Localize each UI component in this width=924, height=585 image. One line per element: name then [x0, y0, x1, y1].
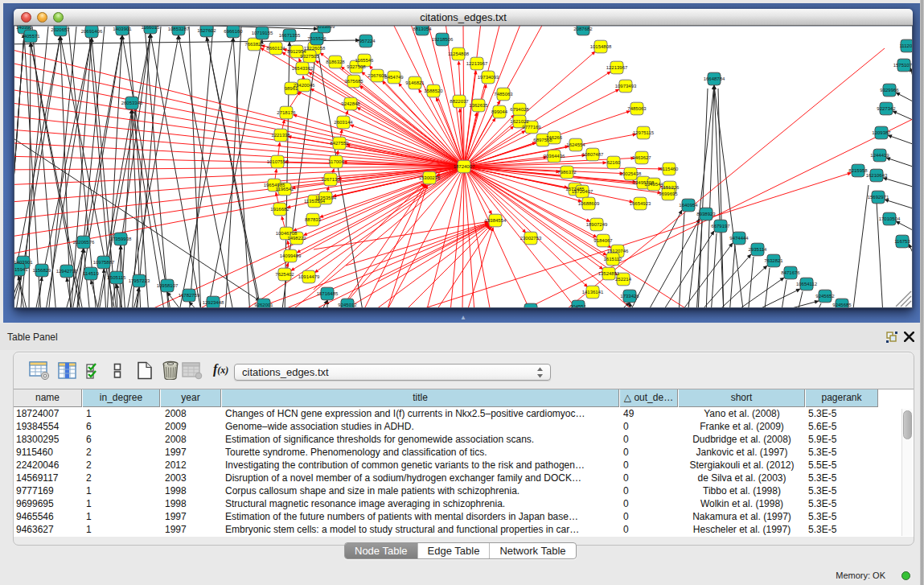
svg-text:15720407: 15720407	[572, 189, 593, 194]
svg-text:114519: 114519	[83, 271, 99, 276]
svg-text:9327508: 9327508	[347, 64, 366, 69]
svg-text:16648784: 16648784	[704, 76, 725, 81]
svg-text:10807487: 10807487	[582, 152, 604, 157]
svg-text:2020657: 2020657	[51, 27, 70, 32]
svg-text:2718176: 2718176	[277, 110, 296, 115]
svg-text:16782759: 16782759	[179, 293, 200, 298]
svg-text:9245685: 9245685	[832, 303, 852, 307]
svg-text:7632821: 7632821	[764, 258, 783, 263]
svg-text:887833: 887833	[305, 217, 322, 222]
svg-text:17957223: 17957223	[129, 278, 150, 283]
svg-text:12213967: 12213967	[466, 61, 488, 66]
svg-text:9242848: 9242848	[341, 101, 360, 106]
svg-text:1615112: 1615112	[604, 257, 623, 262]
svg-text:98961: 98961	[285, 86, 298, 91]
svg-text:6679197: 6679197	[711, 224, 730, 229]
svg-text:10107553: 10107553	[267, 159, 289, 164]
svg-text:111208: 111208	[899, 43, 913, 48]
svg-text:8938923: 8938923	[696, 212, 716, 216]
svg-text:9184067: 9184067	[593, 238, 613, 243]
svg-text:8427552: 8427552	[330, 141, 349, 146]
svg-text:7663822: 7663822	[244, 42, 264, 47]
svg-text:18907249: 18907249	[586, 222, 608, 227]
svg-text:12923448: 12923448	[203, 300, 224, 305]
svg-text:8186328: 8186328	[326, 60, 345, 64]
svg-text:13524851: 13524851	[598, 271, 620, 276]
svg-text:1221338: 1221338	[271, 133, 290, 138]
svg-text:1588520: 1588520	[424, 89, 443, 93]
svg-text:11254808: 11254808	[448, 51, 470, 56]
svg-text:16543362: 16543362	[292, 66, 314, 71]
svg-text:1624554: 1624554	[566, 142, 585, 147]
svg-text:20206576: 20206576	[73, 240, 95, 245]
svg-text:7625402: 7625402	[275, 272, 294, 277]
svg-text:2603144: 2603144	[334, 120, 353, 125]
svg-text:9245652: 9245652	[815, 294, 835, 299]
svg-text:10025438: 10025438	[620, 171, 642, 176]
svg-text:1916682: 1916682	[270, 207, 290, 212]
svg-text:23002753: 23002753	[520, 236, 542, 241]
svg-text:2935114: 2935114	[749, 247, 768, 252]
svg-text:62160: 62160	[607, 160, 621, 165]
svg-text:8822037: 8822037	[450, 99, 469, 104]
svg-text:14136141: 14136141	[582, 290, 604, 295]
svg-text:9115460: 9115460	[660, 167, 680, 171]
svg-text:899044: 899044	[491, 109, 508, 114]
svg-text:9474444: 9474444	[729, 236, 749, 241]
svg-text:11353594: 11353594	[315, 196, 337, 200]
svg-text:1156829: 1156829	[33, 268, 52, 273]
svg-text:252214: 252214	[615, 277, 632, 282]
svg-text:17010504: 17010504	[879, 216, 901, 221]
svg-text:26053346: 26053346	[121, 101, 143, 105]
svg-text:10719155: 10719155	[252, 31, 273, 35]
svg-text:13226058: 13226058	[304, 46, 326, 51]
svg-text:1196542: 1196542	[276, 187, 295, 192]
svg-text:7986372: 7986372	[557, 170, 577, 175]
svg-text:1640954: 1640954	[679, 203, 698, 208]
svg-text:8471676: 8471676	[781, 270, 800, 275]
svg-text:7485063: 7485063	[627, 106, 647, 111]
svg-text:19384554: 19384554	[485, 218, 507, 223]
svg-text:1362635: 1362635	[469, 103, 488, 108]
svg-text:1403901: 1403901	[14, 260, 33, 265]
svg-text:14099489: 14099489	[280, 253, 302, 258]
svg-text:10973493: 10973493	[615, 84, 637, 89]
svg-text:1403901: 1403901	[113, 27, 132, 31]
svg-text:18724007: 18724007	[454, 164, 475, 169]
svg-text:1165546: 1165546	[355, 58, 375, 63]
svg-text:9262001: 9262001	[254, 303, 273, 307]
svg-text:10853287: 10853287	[168, 27, 190, 31]
svg-text:12213967: 12213967	[606, 65, 628, 70]
svg-text:7515526: 7515526	[307, 36, 326, 41]
svg-text:12942737: 12942737	[56, 269, 78, 274]
svg-text:1151226: 1151226	[661, 185, 680, 190]
svg-text:10154808: 10154808	[590, 44, 612, 49]
svg-text:10975887: 10975887	[93, 260, 115, 265]
svg-text:746266: 746266	[546, 135, 563, 140]
svg-text:9463627: 9463627	[632, 155, 651, 160]
svg-text:19218506: 19218506	[432, 37, 454, 42]
svg-text:7485063: 7485063	[494, 92, 513, 97]
svg-text:15692971: 15692971	[868, 195, 889, 200]
svg-text:3267130: 3267130	[321, 177, 340, 182]
svg-text:2505115: 2505115	[108, 275, 127, 280]
svg-text:1405571: 1405571	[21, 34, 40, 39]
svg-text:15716485: 15716485	[317, 291, 339, 296]
svg-text:16654923: 16654923	[630, 201, 651, 206]
svg-text:9245012: 9245012	[338, 303, 357, 307]
svg-text:15300275: 15300275	[419, 175, 441, 180]
svg-text:19734093: 19734093	[478, 75, 499, 80]
svg-text:10914479: 10914479	[298, 274, 320, 279]
svg-text:15751074: 15751074	[893, 63, 913, 68]
svg-text:17359938: 17359938	[110, 237, 132, 241]
svg-text:16033809: 16033809	[314, 26, 335, 29]
svg-text:6794028: 6794028	[510, 107, 529, 112]
svg-text:9327505: 9327505	[300, 54, 319, 59]
svg-text:9146821: 9146821	[405, 80, 425, 85]
svg-text:1527602: 1527602	[197, 28, 216, 33]
svg-text:9227342: 9227342	[877, 106, 896, 111]
svg-text:1621022: 1621022	[510, 119, 529, 124]
svg-text:9777169: 9777169	[522, 125, 541, 130]
svg-text:1166015: 1166015	[142, 26, 161, 30]
svg-text:7957224: 7957224	[356, 39, 376, 43]
